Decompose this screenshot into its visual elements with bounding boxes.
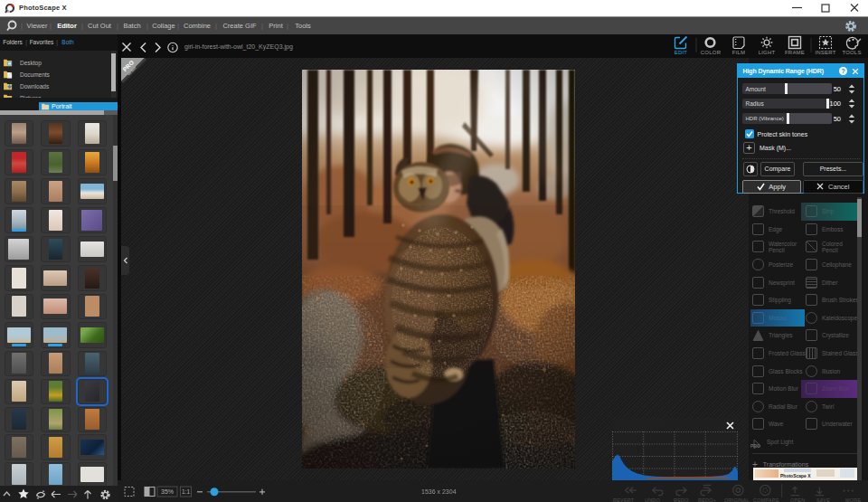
svg-text:1:1: 1:1 (182, 488, 190, 495)
svg-text:35%: 35% (161, 488, 174, 495)
